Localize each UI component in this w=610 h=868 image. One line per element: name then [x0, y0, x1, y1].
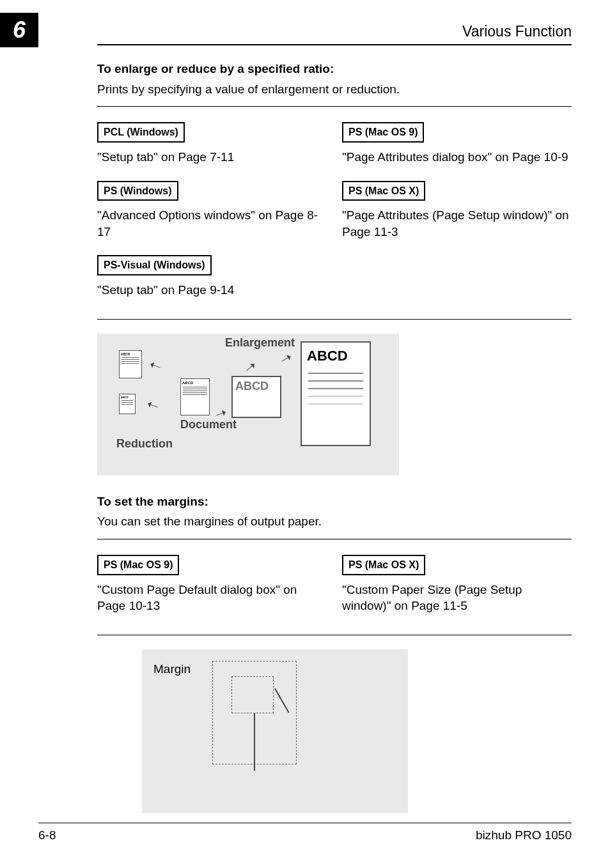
section1-refs: PCL (Windows) "Setup tab" on Page 7-11 P… — [97, 106, 572, 319]
tag-ps-macos9-b: PS (Mac OS 9) — [97, 555, 179, 575]
ref-ps-macosx-b: "Custom Paper Size (Page Setup window)" … — [342, 582, 572, 614]
ref-psvisual-windows: "Setup tab" on Page 9-14 — [97, 282, 327, 298]
original-doc-icon: ABCD — [180, 378, 210, 415]
section1-right-col: PS (Mac OS 9) "Page Attributes dialog bo… — [342, 116, 572, 307]
tag-psvisual-windows: PS-Visual (Windows) — [97, 255, 212, 275]
tiny-doc-icon: ABCD — [119, 394, 136, 414]
ref-ps-windows: "Advanced Options windows" on Page 8-17 — [97, 207, 327, 240]
abcd-text-large: ABCD — [302, 343, 370, 367]
arrow-icon: ➝ — [276, 347, 295, 369]
arrow-icon: ➝ — [146, 355, 164, 376]
margin-box-icon — [231, 676, 274, 713]
ref-ps-macosx-a: "Page Attributes (Page Setup window)" on… — [342, 207, 572, 240]
ref-ps-macos9-a: "Page Attributes dialog box" on Page 10-… — [342, 149, 572, 166]
tag-ps-macosx-a: PS (Mac OS X) — [342, 181, 425, 201]
tag-ps-macosx-b: PS (Mac OS X) — [342, 555, 425, 575]
section2-refs: PS (Mac OS 9) "Custom Page Default dialo… — [97, 539, 572, 635]
section1-heading: To enlarge or reduce by a specified rati… — [97, 61, 572, 77]
enlarged-doc-icon: ABCD — [301, 341, 371, 446]
section2-desc: You can set the margines of output paper… — [97, 513, 572, 530]
tag-ps-windows: PS (Windows) — [97, 181, 178, 201]
footer-page-number: 6-8 — [38, 828, 56, 842]
arrow-icon: ➝ — [240, 356, 261, 378]
section2-heading: To set the margins: — [97, 493, 572, 510]
reduced-doc-icon: ABCD — [119, 350, 142, 378]
arrow-icon: ➝ — [144, 394, 161, 416]
chapter-number-tab: 6 — [0, 13, 38, 47]
label-reduction: Reduction — [116, 436, 173, 451]
abcd-text-small: ABCD — [181, 379, 209, 385]
section1-left-col: PCL (Windows) "Setup tab" on Page 7-11 P… — [97, 116, 327, 307]
figure-margin: Margin — [142, 649, 408, 813]
ref-ps-macos9-b: "Custom Page Default dialog box" on Page… — [97, 582, 327, 614]
tag-pcl-windows: PCL (Windows) — [97, 122, 185, 143]
footer-product-name: bizhub PRO 1050 — [476, 828, 572, 842]
enlarged-intermediate-icon: ABCD — [231, 376, 281, 418]
ref-pcl-windows: "Setup tab" on Page 7-11 — [97, 149, 327, 166]
section2-left-col: PS (Mac OS 9) "Custom Page Default dialo… — [97, 548, 327, 623]
section1-desc: Prints by specifying a value of enlargem… — [97, 81, 572, 98]
page-header: Various Function — [97, 23, 572, 45]
page-footer: 6-8 bizhub PRO 1050 — [38, 823, 572, 842]
tag-ps-macos9-a: PS (Mac OS 9) — [342, 122, 424, 143]
figure-enlarge-reduce: Enlargement Document Reduction ABCD ABCD… — [97, 334, 399, 476]
margin-pointer-line — [254, 713, 255, 771]
section2-right-col: PS (Mac OS X) "Custom Paper Size (Page S… — [342, 548, 572, 623]
